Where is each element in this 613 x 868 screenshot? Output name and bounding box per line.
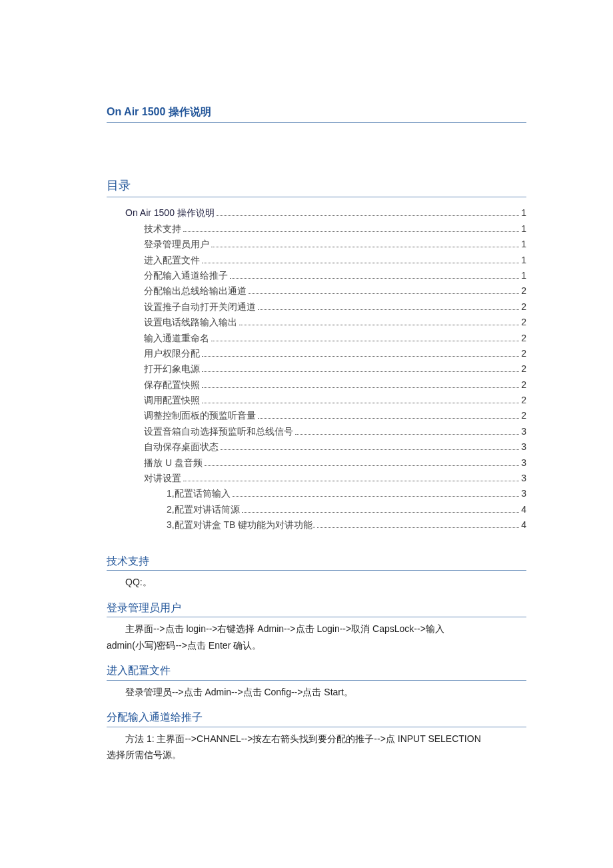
toc-leader-dots — [242, 512, 520, 513]
toc-entry-text: 打开幻象电源 — [144, 361, 200, 376]
toc-entry-page: 2 — [521, 408, 526, 423]
toc-entry-text: 保存配置快照 — [144, 377, 200, 392]
toc-entry-text: 分配输入通道给推子 — [144, 268, 228, 283]
toc-entry-page: 3 — [521, 455, 526, 470]
toc-entry-text: 播放 U 盘音频 — [144, 455, 203, 470]
section-paragraph: QQ:。 — [107, 575, 526, 589]
section-paragraph: 主界面-->点击 login-->右键选择 Admin-->点击 Login--… — [107, 621, 526, 636]
toc-leader-dots — [183, 481, 519, 481]
section-title: 技术支持 — [107, 553, 526, 571]
toc-entry-page: 3 — [521, 424, 526, 439]
section-title: 登录管理员用户 — [107, 599, 526, 618]
toc-entry-page: 1 — [521, 253, 526, 267]
toc-leader-dots — [202, 403, 519, 403]
toc-entry-page: 3 — [521, 439, 526, 454]
toc-leader-dots — [211, 341, 519, 341]
toc-leader-dots — [221, 449, 519, 450]
toc-entry-page: 2 — [521, 361, 526, 376]
toc-entry[interactable]: 保存配置快照2 — [107, 377, 526, 392]
toc-entry-page: 3 — [521, 486, 526, 501]
toc-entry-page: 1 — [521, 268, 526, 283]
toc-entry[interactable]: On Air 1500 操作说明 1 — [107, 205, 526, 220]
toc-entry[interactable]: 调用配置快照2 — [107, 393, 526, 407]
toc-entry-text: 登录管理员用户 — [144, 237, 209, 251]
toc-entry[interactable]: 设置电话线路输入输出2 — [107, 315, 526, 329]
section-paragraph: 选择所需信号源。 — [107, 747, 526, 762]
toc-leader-dots — [202, 371, 519, 372]
toc-entry[interactable]: 3,配置对讲盒 TB 键功能为对讲功能.4 — [107, 517, 526, 532]
toc-entry[interactable]: 2,配置对讲话筒源4 — [107, 502, 526, 517]
section-paragraph: admin(小写)密码-->点击 Enter 确认。 — [107, 638, 526, 653]
toc-entry-text: On Air 1500 操作说明 — [125, 205, 215, 220]
toc-leader-dots — [317, 527, 519, 528]
toc-entry-page: 1 — [521, 237, 526, 251]
toc-entry[interactable]: 自动保存桌面状态3 — [107, 439, 526, 454]
sections: 技术支持QQ:。登录管理员用户主界面-->点击 login-->右键选择 Adm… — [107, 553, 526, 763]
toc-entry-text: 技术支持 — [144, 221, 181, 236]
toc-entry[interactable]: 播放 U 盘音频3 — [107, 455, 526, 470]
section-title: 分配输入通道给推子 — [107, 709, 526, 727]
table-of-contents: On Air 1500 操作说明 1技术支持1登录管理员用户1进入配置文件1分配… — [107, 205, 526, 532]
toc-entry-text: 1,配置话筒输入 — [167, 486, 231, 501]
toc-leader-dots — [233, 496, 520, 497]
toc-entry-text: 3,配置对讲盒 TB 键功能为对讲功能. — [167, 517, 315, 532]
toc-leader-dots — [295, 434, 519, 435]
toc-entry[interactable]: 1,配置话筒输入3 — [107, 486, 526, 501]
toc-entry-text: 用户权限分配 — [144, 346, 200, 361]
toc-entry[interactable]: 打开幻象电源2 — [107, 361, 526, 376]
toc-entry-text: 调整控制面板的预监听音量 — [144, 408, 256, 423]
toc-entry[interactable]: 设置推子自动打开关闭通道2 — [107, 299, 526, 314]
section-title: 进入配置文件 — [107, 662, 526, 681]
section-paragraph: 登录管理员-->点击 Admin-->点击 Config-->点击 Start。 — [107, 685, 526, 699]
toc-leader-dots — [258, 418, 519, 419]
toc-entry[interactable]: 对讲设置3 — [107, 471, 526, 485]
toc-entry[interactable]: 设置音箱自动选择预监听和总线信号3 — [107, 424, 526, 439]
toc-entry[interactable]: 技术支持1 — [107, 221, 526, 236]
toc-entry-text: 进入配置文件 — [144, 253, 200, 267]
toc-leader-dots — [202, 387, 519, 388]
toc-leader-dots — [249, 293, 519, 294]
toc-leader-dots — [183, 231, 519, 232]
toc-leader-dots — [239, 325, 519, 325]
toc-entry-text: 对讲设置 — [144, 471, 181, 485]
toc-leader-dots — [202, 356, 519, 357]
toc-entry-page: 1 — [521, 205, 526, 220]
toc-leader-dots — [217, 215, 519, 216]
toc-entry[interactable]: 分配输入通道给推子1 — [107, 268, 526, 283]
toc-entry-text: 调用配置快照 — [144, 393, 200, 407]
toc-entry-text: 2,配置对讲话筒源 — [167, 502, 240, 517]
toc-leader-dots — [258, 309, 519, 310]
toc-entry-text: 设置电话线路输入输出 — [144, 315, 237, 329]
toc-entry[interactable]: 调整控制面板的预监听音量2 — [107, 408, 526, 423]
toc-entry[interactable]: 分配输出总线给输出通道2 — [107, 283, 526, 298]
toc-entry-page: 2 — [521, 299, 526, 314]
toc-entry-text: 自动保存桌面状态 — [144, 439, 219, 454]
toc-entry[interactable]: 进入配置文件1 — [107, 253, 526, 267]
toc-entry-text: 设置推子自动打开关闭通道 — [144, 299, 256, 314]
section-paragraph: 方法 1: 主界面-->CHANNEL-->按左右箭头找到要分配的推子-->点 … — [107, 731, 526, 746]
toc-entry-page: 4 — [521, 517, 526, 532]
toc-entry-page: 3 — [521, 471, 526, 485]
toc-entry-page: 1 — [521, 221, 526, 236]
toc-entry-text: 输入通道重命名 — [144, 331, 209, 345]
toc-leader-dots — [202, 263, 519, 263]
toc-entry-page: 4 — [521, 502, 526, 517]
toc-leader-dots — [230, 278, 519, 279]
toc-entry[interactable]: 用户权限分配2 — [107, 346, 526, 361]
toc-entry-page: 2 — [521, 331, 526, 345]
toc-entry-page: 2 — [521, 346, 526, 361]
toc-entry-page: 2 — [521, 283, 526, 298]
toc-leader-dots — [205, 465, 519, 466]
toc-entry-page: 2 — [521, 377, 526, 392]
toc-entry-text: 分配输出总线给输出通道 — [144, 283, 247, 298]
toc-entry[interactable]: 登录管理员用户1 — [107, 237, 526, 251]
toc-entry[interactable]: 输入通道重命名2 — [107, 331, 526, 345]
toc-entry-text: 设置音箱自动选择预监听和总线信号 — [144, 424, 293, 439]
main-title: On Air 1500 操作说明 — [107, 103, 526, 123]
toc-title: 目录 — [107, 176, 526, 198]
toc-entry-page: 2 — [521, 315, 526, 329]
toc-entry-page: 2 — [521, 393, 526, 407]
toc-leader-dots — [211, 247, 519, 247]
